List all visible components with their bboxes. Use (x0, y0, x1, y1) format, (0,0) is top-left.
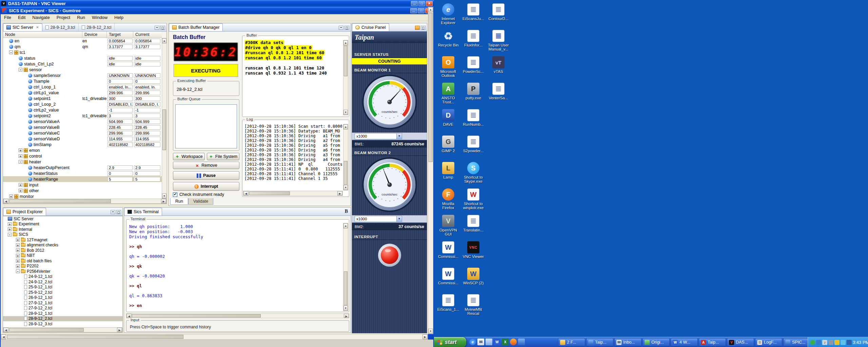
project-tree-item[interactable]: 28-9-12_3.tcl (3, 321, 122, 327)
log-horizontal-scrollbar[interactable] (243, 191, 343, 196)
menu-item[interactable]: Edit (15, 14, 29, 21)
project-tree-item[interactable]: NBT (3, 253, 122, 259)
project-tree-item[interactable]: 12Tmagnet (3, 237, 122, 243)
target-cell[interactable]: -1 (107, 108, 133, 113)
desktop-icon[interactable]: VNC Viewer (461, 240, 486, 266)
target-cell[interactable] (107, 160, 133, 164)
desktop-icon[interactable]: Commissi... (436, 240, 460, 266)
target-cell[interactable] (107, 154, 133, 159)
project-tree-item[interactable]: 24-9-12_1.tcl (3, 274, 122, 280)
target-cell[interactable]: 504.999 (107, 119, 133, 124)
taskbar-window-button[interactable]: Origi... (643, 338, 670, 346)
explorer-horizontal-scrollbar[interactable] (3, 327, 122, 332)
desktop-icon[interactable]: putty.exe (461, 81, 486, 108)
desktop-icon[interactable]: Translatin... (461, 213, 486, 240)
quick-launch-icon[interactable] (477, 339, 484, 345)
menu-item[interactable]: Run (74, 14, 88, 21)
quick-launch-icon[interactable] (502, 339, 509, 345)
target-cell[interactable]: 3.17377 (107, 44, 133, 49)
desktop-icon[interactable]: PowderSc... (461, 55, 486, 81)
desktop-icon[interactable]: vTAS (486, 55, 511, 81)
target-cell[interactable]: idle (107, 62, 133, 66)
target-cell[interactable] (107, 194, 133, 199)
tree-row[interactable]: sensorValueB 228.45 228.45 (3, 124, 162, 130)
desktop-icon[interactable]: Lamp (436, 161, 460, 187)
tree-row[interactable]: heaterOutpPercent 2.9 2.9 (3, 165, 162, 170)
taskbar-window-button[interactable]: 2 F... (558, 338, 585, 346)
sics-maximize-button[interactable] (418, 8, 425, 13)
project-tree-item[interactable]: 27-9-12_2.tcl (3, 306, 122, 311)
editor-tab[interactable]: SIC Server ✕ (3, 23, 42, 31)
desktop-icon[interactable]: WinSCP (2) (461, 266, 486, 293)
bm2-scale-select[interactable]: x1000 (355, 216, 402, 222)
tree-row[interactable]: status_Ctrl_Lp2 idle idle (3, 61, 162, 67)
target-cell[interactable] (107, 67, 133, 72)
project-tree-item[interactable]: SIC Server (3, 216, 122, 222)
project-tree-item[interactable]: 28-9-12_2.tcl (3, 316, 122, 322)
target-cell[interactable]: 228.45 (107, 125, 133, 130)
target-cell[interactable]: 114.955 (107, 137, 133, 141)
desktop-icon[interactable]: OpenVPN GUI (436, 213, 460, 240)
expander-icon[interactable] (8, 227, 12, 231)
project-tree-item[interactable]: alignment checks (3, 243, 122, 248)
project-tree-item[interactable]: 26-9-12_1.tcl (3, 295, 122, 301)
project-tree-item[interactable]: old batch files (3, 258, 122, 264)
project-tree-item[interactable]: 24-9-12_2.tcl (3, 279, 122, 285)
tree-row[interactable]: ctrl_Loop_2 DISABLED, I... DISABLED, I. (3, 101, 162, 107)
project-tree-item[interactable]: P2564Venter (3, 269, 122, 274)
terminal-horizontal-scrollbar[interactable] (126, 313, 349, 318)
remove-button[interactable]: Remove (173, 162, 239, 169)
vnc-horizontal-scrollbar[interactable] (1, 334, 428, 340)
view-maximize-icon[interactable] (116, 210, 121, 214)
tab-sics-terminal[interactable]: Sics Terminal (124, 208, 162, 216)
workspace-button[interactable]: Workspace (173, 153, 205, 160)
desktop-icon[interactable]: Commissi... (436, 266, 460, 293)
project-tree-item[interactable]: 27-9-12_1.tcl (3, 300, 122, 306)
desktop-icon[interactable]: Internet Explorer (436, 2, 460, 28)
interrupt-stop-button[interactable] (378, 244, 401, 267)
command-input-hint[interactable]: Press Ctrl+Space to trigger command hist… (130, 325, 211, 329)
quick-launch-icon[interactable] (469, 339, 476, 345)
target-cell[interactable]: 402118582 (107, 142, 133, 147)
editor-tab[interactable]: 28-9-12_2.tcl ✕ (79, 23, 115, 31)
quick-launch-icon[interactable] (518, 339, 525, 345)
tab-run[interactable]: Run (170, 198, 188, 205)
buffer-vertical-scrollbar[interactable] (343, 40, 348, 115)
file-system-button[interactable]: File System (207, 153, 239, 160)
tray-icon[interactable] (834, 340, 840, 345)
expander-icon[interactable] (16, 259, 20, 263)
pause-button[interactable]: Pause (173, 171, 239, 180)
desktop-icon[interactable]: Shortcut to Skype.exe (461, 161, 486, 187)
expander-icon[interactable] (8, 233, 12, 237)
target-cell[interactable]: 299.996 (107, 90, 133, 95)
tab-batch-buffer-manager[interactable]: Batch Buffer Manager (169, 23, 223, 31)
target-cell[interactable]: 0 (107, 79, 133, 84)
expander-icon[interactable] (19, 189, 22, 192)
target-cell[interactable]: 3 (107, 114, 133, 118)
menu-item[interactable]: Navigate (29, 14, 53, 21)
view-maximize-icon[interactable] (344, 26, 349, 30)
tree-row[interactable]: qm qm 3.17377 3.17377 (3, 44, 162, 49)
tab-cruise-panel[interactable]: Cruise Panel (352, 23, 389, 31)
menu-item[interactable]: Project (53, 14, 74, 21)
interrupt-button[interactable]: Interrupt (173, 182, 239, 191)
desktop-icon[interactable]: Mozilla Firefox (436, 187, 460, 213)
view-maximize-icon[interactable] (421, 26, 426, 30)
sics-minimize-button[interactable] (410, 8, 417, 13)
project-tree-item[interactable]: Internal (3, 227, 122, 232)
target-cell[interactable]: idle (107, 56, 133, 61)
check-instrument-ready-row[interactable]: Check instrument ready (173, 192, 224, 197)
taskbar-window-button[interactable]: Inbo... (614, 338, 642, 346)
expander-icon[interactable] (19, 183, 22, 187)
expander-icon[interactable] (9, 50, 13, 54)
tree-row[interactable]: sensorValueD 114.955 114.955 (3, 136, 162, 142)
desktop-icon[interactable]: GIMP 2 (436, 134, 460, 161)
project-tree-item[interactable]: Experiment (3, 222, 122, 227)
project-tree-item[interactable]: SICS (3, 232, 122, 238)
dropdown-arrow-icon[interactable] (396, 134, 402, 139)
column-header-target[interactable]: Target (107, 32, 133, 38)
tree-row[interactable]: ctrlLp2_value -1 -1 (3, 107, 162, 113)
input-group[interactable]: Input Press Ctrl+Space to trigger comman… (126, 320, 349, 332)
tree-horizontal-scrollbar[interactable] (3, 199, 166, 204)
tree-row[interactable]: other (3, 188, 162, 193)
